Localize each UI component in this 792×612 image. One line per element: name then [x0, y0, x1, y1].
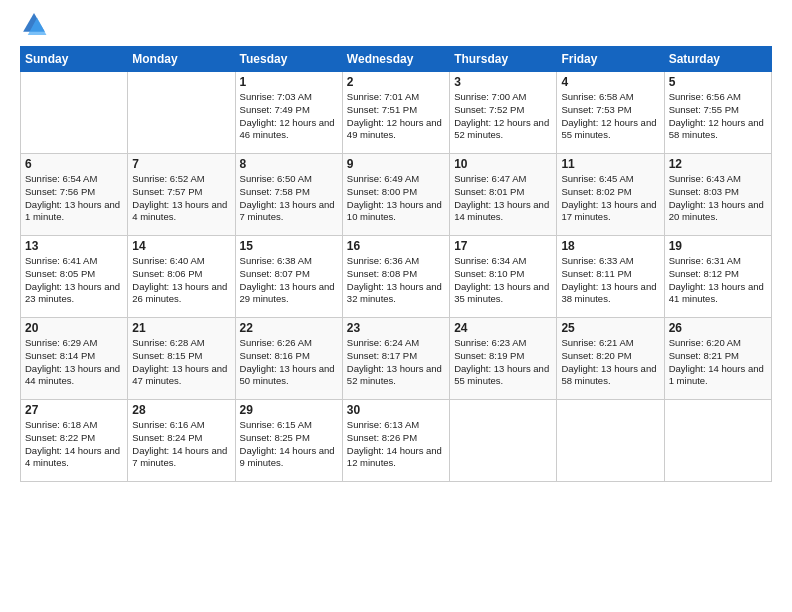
- day-info: Sunrise: 6:28 AM Sunset: 8:15 PM Dayligh…: [132, 337, 230, 388]
- header-cell-friday: Friday: [557, 47, 664, 72]
- day-cell: 21Sunrise: 6:28 AM Sunset: 8:15 PM Dayli…: [128, 318, 235, 400]
- logo-icon: [20, 10, 48, 38]
- day-number: 15: [240, 239, 338, 253]
- day-number: 3: [454, 75, 552, 89]
- day-cell: 2Sunrise: 7:01 AM Sunset: 7:51 PM Daylig…: [342, 72, 449, 154]
- day-cell: 11Sunrise: 6:45 AM Sunset: 8:02 PM Dayli…: [557, 154, 664, 236]
- day-info: Sunrise: 6:18 AM Sunset: 8:22 PM Dayligh…: [25, 419, 123, 470]
- week-row-5: 27Sunrise: 6:18 AM Sunset: 8:22 PM Dayli…: [21, 400, 772, 482]
- day-number: 16: [347, 239, 445, 253]
- day-info: Sunrise: 6:23 AM Sunset: 8:19 PM Dayligh…: [454, 337, 552, 388]
- day-number: 2: [347, 75, 445, 89]
- day-cell: [128, 72, 235, 154]
- day-number: 10: [454, 157, 552, 171]
- day-cell: 29Sunrise: 6:15 AM Sunset: 8:25 PM Dayli…: [235, 400, 342, 482]
- day-cell: [664, 400, 771, 482]
- header-cell-wednesday: Wednesday: [342, 47, 449, 72]
- day-number: 1: [240, 75, 338, 89]
- day-number: 20: [25, 321, 123, 335]
- day-number: 27: [25, 403, 123, 417]
- day-info: Sunrise: 6:31 AM Sunset: 8:12 PM Dayligh…: [669, 255, 767, 306]
- calendar-table: SundayMondayTuesdayWednesdayThursdayFrid…: [20, 46, 772, 482]
- day-info: Sunrise: 6:33 AM Sunset: 8:11 PM Dayligh…: [561, 255, 659, 306]
- day-number: 13: [25, 239, 123, 253]
- day-info: Sunrise: 6:34 AM Sunset: 8:10 PM Dayligh…: [454, 255, 552, 306]
- day-number: 29: [240, 403, 338, 417]
- day-cell: 1Sunrise: 7:03 AM Sunset: 7:49 PM Daylig…: [235, 72, 342, 154]
- day-cell: 6Sunrise: 6:54 AM Sunset: 7:56 PM Daylig…: [21, 154, 128, 236]
- day-number: 23: [347, 321, 445, 335]
- day-number: 21: [132, 321, 230, 335]
- day-number: 14: [132, 239, 230, 253]
- day-cell: 9Sunrise: 6:49 AM Sunset: 8:00 PM Daylig…: [342, 154, 449, 236]
- day-number: 12: [669, 157, 767, 171]
- day-number: 26: [669, 321, 767, 335]
- day-cell: 28Sunrise: 6:16 AM Sunset: 8:24 PM Dayli…: [128, 400, 235, 482]
- day-info: Sunrise: 6:52 AM Sunset: 7:57 PM Dayligh…: [132, 173, 230, 224]
- day-info: Sunrise: 6:49 AM Sunset: 8:00 PM Dayligh…: [347, 173, 445, 224]
- day-cell: 18Sunrise: 6:33 AM Sunset: 8:11 PM Dayli…: [557, 236, 664, 318]
- header-cell-saturday: Saturday: [664, 47, 771, 72]
- day-number: 11: [561, 157, 659, 171]
- day-number: 19: [669, 239, 767, 253]
- day-info: Sunrise: 6:43 AM Sunset: 8:03 PM Dayligh…: [669, 173, 767, 224]
- day-cell: [450, 400, 557, 482]
- day-info: Sunrise: 6:36 AM Sunset: 8:08 PM Dayligh…: [347, 255, 445, 306]
- day-cell: 10Sunrise: 6:47 AM Sunset: 8:01 PM Dayli…: [450, 154, 557, 236]
- day-number: 24: [454, 321, 552, 335]
- day-cell: 8Sunrise: 6:50 AM Sunset: 7:58 PM Daylig…: [235, 154, 342, 236]
- day-number: 7: [132, 157, 230, 171]
- week-row-2: 6Sunrise: 6:54 AM Sunset: 7:56 PM Daylig…: [21, 154, 772, 236]
- day-number: 4: [561, 75, 659, 89]
- week-row-3: 13Sunrise: 6:41 AM Sunset: 8:05 PM Dayli…: [21, 236, 772, 318]
- day-info: Sunrise: 6:24 AM Sunset: 8:17 PM Dayligh…: [347, 337, 445, 388]
- day-info: Sunrise: 6:54 AM Sunset: 7:56 PM Dayligh…: [25, 173, 123, 224]
- day-cell: 12Sunrise: 6:43 AM Sunset: 8:03 PM Dayli…: [664, 154, 771, 236]
- day-cell: 23Sunrise: 6:24 AM Sunset: 8:17 PM Dayli…: [342, 318, 449, 400]
- day-cell: 20Sunrise: 6:29 AM Sunset: 8:14 PM Dayli…: [21, 318, 128, 400]
- day-info: Sunrise: 6:45 AM Sunset: 8:02 PM Dayligh…: [561, 173, 659, 224]
- day-number: 5: [669, 75, 767, 89]
- day-number: 22: [240, 321, 338, 335]
- day-number: 17: [454, 239, 552, 253]
- day-number: 25: [561, 321, 659, 335]
- day-cell: 16Sunrise: 6:36 AM Sunset: 8:08 PM Dayli…: [342, 236, 449, 318]
- day-number: 6: [25, 157, 123, 171]
- day-info: Sunrise: 6:50 AM Sunset: 7:58 PM Dayligh…: [240, 173, 338, 224]
- day-info: Sunrise: 6:40 AM Sunset: 8:06 PM Dayligh…: [132, 255, 230, 306]
- day-info: Sunrise: 6:29 AM Sunset: 8:14 PM Dayligh…: [25, 337, 123, 388]
- day-cell: [557, 400, 664, 482]
- day-cell: 25Sunrise: 6:21 AM Sunset: 8:20 PM Dayli…: [557, 318, 664, 400]
- header-row: SundayMondayTuesdayWednesdayThursdayFrid…: [21, 47, 772, 72]
- day-number: 18: [561, 239, 659, 253]
- day-info: Sunrise: 6:38 AM Sunset: 8:07 PM Dayligh…: [240, 255, 338, 306]
- day-cell: 3Sunrise: 7:00 AM Sunset: 7:52 PM Daylig…: [450, 72, 557, 154]
- day-cell: 4Sunrise: 6:58 AM Sunset: 7:53 PM Daylig…: [557, 72, 664, 154]
- day-cell: 19Sunrise: 6:31 AM Sunset: 8:12 PM Dayli…: [664, 236, 771, 318]
- day-cell: 27Sunrise: 6:18 AM Sunset: 8:22 PM Dayli…: [21, 400, 128, 482]
- day-cell: 14Sunrise: 6:40 AM Sunset: 8:06 PM Dayli…: [128, 236, 235, 318]
- day-cell: 24Sunrise: 6:23 AM Sunset: 8:19 PM Dayli…: [450, 318, 557, 400]
- day-cell: 17Sunrise: 6:34 AM Sunset: 8:10 PM Dayli…: [450, 236, 557, 318]
- day-cell: 26Sunrise: 6:20 AM Sunset: 8:21 PM Dayli…: [664, 318, 771, 400]
- day-info: Sunrise: 7:03 AM Sunset: 7:49 PM Dayligh…: [240, 91, 338, 142]
- day-number: 28: [132, 403, 230, 417]
- day-cell: 30Sunrise: 6:13 AM Sunset: 8:26 PM Dayli…: [342, 400, 449, 482]
- day-info: Sunrise: 7:00 AM Sunset: 7:52 PM Dayligh…: [454, 91, 552, 142]
- header-cell-monday: Monday: [128, 47, 235, 72]
- day-cell: 15Sunrise: 6:38 AM Sunset: 8:07 PM Dayli…: [235, 236, 342, 318]
- day-info: Sunrise: 6:21 AM Sunset: 8:20 PM Dayligh…: [561, 337, 659, 388]
- week-row-4: 20Sunrise: 6:29 AM Sunset: 8:14 PM Dayli…: [21, 318, 772, 400]
- header-cell-thursday: Thursday: [450, 47, 557, 72]
- day-info: Sunrise: 6:26 AM Sunset: 8:16 PM Dayligh…: [240, 337, 338, 388]
- day-info: Sunrise: 6:56 AM Sunset: 7:55 PM Dayligh…: [669, 91, 767, 142]
- logo: [20, 10, 52, 38]
- day-cell: 5Sunrise: 6:56 AM Sunset: 7:55 PM Daylig…: [664, 72, 771, 154]
- day-info: Sunrise: 6:41 AM Sunset: 8:05 PM Dayligh…: [25, 255, 123, 306]
- header: [20, 10, 772, 38]
- day-info: Sunrise: 6:58 AM Sunset: 7:53 PM Dayligh…: [561, 91, 659, 142]
- week-row-1: 1Sunrise: 7:03 AM Sunset: 7:49 PM Daylig…: [21, 72, 772, 154]
- day-cell: [21, 72, 128, 154]
- day-cell: 7Sunrise: 6:52 AM Sunset: 7:57 PM Daylig…: [128, 154, 235, 236]
- day-info: Sunrise: 6:20 AM Sunset: 8:21 PM Dayligh…: [669, 337, 767, 388]
